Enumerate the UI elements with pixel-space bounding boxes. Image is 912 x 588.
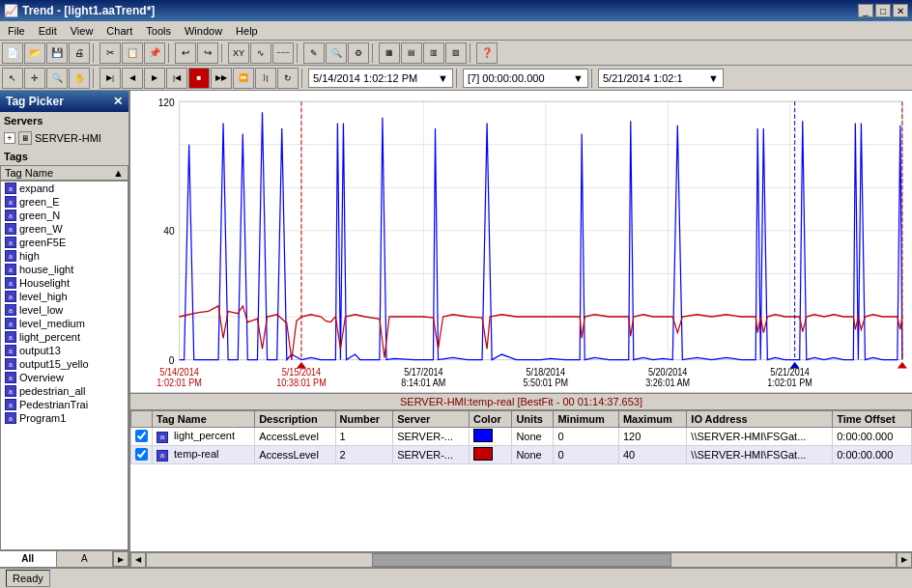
table-row[interactable]: a temp-real AccessLevel 2 SERVER-... Non… [131, 446, 912, 464]
sidebar-close-icon[interactable]: ✕ [113, 95, 123, 108]
menu-view[interactable]: View [65, 23, 100, 39]
redo-button[interactable]: ↪ [197, 42, 218, 64]
tag-list[interactable]: a expand a green_E a green_N a green_W a [0, 181, 128, 550]
menu-file[interactable]: File [2, 23, 31, 39]
list-item[interactable]: a output15_yello [1, 357, 128, 371]
tag-list-scroll-up[interactable]: ▲ [113, 167, 124, 179]
scrollbar-track[interactable] [146, 552, 897, 568]
horizontal-scrollbar[interactable]: ◀ ▶ [130, 551, 912, 567]
datetime-end-dropdown[interactable]: 5/21/2014 1:02:1 ▼ [598, 69, 724, 88]
server-expand-btn[interactable]: + [4, 132, 15, 144]
toolbar-btn-a[interactable]: XY [228, 42, 249, 64]
toolbar-btn-b[interactable]: ∿ [250, 42, 271, 64]
save-button[interactable]: 💾 [46, 42, 68, 64]
tb2-btn-d[interactable]: |◀ [166, 68, 187, 89]
tb2-btn-a[interactable]: ▶| [100, 68, 121, 89]
menu-help[interactable]: Help [230, 23, 264, 39]
paste-button[interactable]: 📌 [144, 42, 165, 64]
undo-button[interactable]: ↩ [175, 42, 196, 64]
list-item[interactable]: a expand [1, 182, 128, 195]
tag-icon: a [5, 358, 16, 370]
help-button[interactable]: ❓ [476, 42, 498, 64]
col-units[interactable]: Units [512, 411, 554, 428]
list-item[interactable]: a pedestrian_all [1, 384, 128, 398]
list-item[interactable]: a green_N [1, 209, 128, 222]
scroll-left-btn[interactable]: ◀ [130, 552, 146, 568]
dropdown-arrow-3[interactable]: ▼ [708, 72, 719, 84]
print-button[interactable]: 🖨 [69, 42, 90, 64]
list-item[interactable]: a output13 [1, 344, 128, 357]
tb2-btn-b[interactable]: ◀ [122, 68, 143, 89]
maximize-button[interactable]: □ [875, 4, 891, 17]
col-io-address[interactable]: IO Address [687, 411, 833, 428]
tb2-btn-g[interactable]: ⏩ [233, 68, 254, 89]
tb2-btn-e[interactable]: ■ [188, 68, 210, 89]
toolbar-btn-f[interactable]: ⚙ [348, 42, 369, 64]
zoom-button[interactable]: 🔍 [46, 68, 68, 89]
new-button[interactable]: 📄 [2, 42, 23, 64]
tab-a[interactable]: A [57, 551, 114, 567]
pan-button[interactable]: ✋ [69, 68, 90, 89]
cursor-button[interactable]: ↖ [2, 68, 23, 89]
list-item[interactable]: a level_low [1, 303, 128, 317]
server-item[interactable]: + 🖥 SERVER-HMI [4, 130, 125, 146]
col-server[interactable]: Server [393, 411, 470, 428]
row1-checkbox-cell[interactable] [131, 428, 153, 446]
datetime-start-dropdown[interactable]: 5/14/2014 1:02:12 PM ▼ [308, 69, 453, 88]
tb2-btn-c[interactable]: ▶ [144, 68, 165, 89]
interval-dropdown[interactable]: [7] 00:00:00.000 ▼ [463, 69, 588, 88]
tab-all[interactable]: All [0, 551, 57, 567]
menu-tools[interactable]: Tools [140, 23, 177, 39]
list-item[interactable]: a Houselight [1, 276, 128, 290]
toolbar-btn-h[interactable]: ▤ [401, 42, 422, 64]
row1-checkbox[interactable] [135, 430, 148, 442]
list-item[interactable]: a level_high [1, 290, 128, 303]
cut-button[interactable]: ✂ [100, 42, 121, 64]
list-item[interactable]: a light_percent [1, 330, 128, 344]
table-row[interactable]: a light_percent AccessLevel 1 SERVER-...… [131, 428, 912, 446]
trend-chart[interactable]: 120 40 0 [130, 91, 912, 392]
list-item[interactable]: a high [1, 249, 128, 263]
toolbar-btn-g[interactable]: ▦ [379, 42, 400, 64]
col-description[interactable]: Description [255, 411, 335, 428]
toolbar-btn-c[interactable]: ~~~ [272, 42, 294, 64]
minimize-button[interactable]: _ [858, 4, 873, 17]
dropdown-arrow-2[interactable]: ▼ [573, 72, 584, 84]
row2-checkbox[interactable] [135, 448, 148, 461]
copy-button[interactable]: 📋 [122, 42, 143, 64]
list-item[interactable]: a green_W [1, 222, 128, 236]
menu-chart[interactable]: Chart [100, 23, 138, 39]
tb2-btn-f[interactable]: ▶▶ [211, 68, 232, 89]
col-color[interactable]: Color [469, 411, 511, 428]
sidebar-scroll-right[interactable]: ▶ [113, 551, 128, 567]
toolbar-btn-i[interactable]: ▥ [423, 42, 444, 64]
dropdown-arrow-1[interactable]: ▼ [438, 72, 448, 84]
chart-main[interactable]: (5/15/2014 2:14:01 PM) 23 None (5/20/201… [130, 91, 912, 393]
data-table[interactable]: Tag Name Description Number Server Color… [130, 410, 912, 551]
col-number[interactable]: Number [335, 411, 393, 428]
list-item[interactable]: a green_E [1, 195, 128, 209]
scrollbar-thumb[interactable] [372, 553, 671, 567]
scroll-right-btn[interactable]: ▶ [897, 552, 912, 568]
list-item[interactable]: a Program1 [1, 411, 128, 425]
list-item[interactable]: a greenF5E [1, 236, 128, 249]
row2-checkbox-cell[interactable] [131, 446, 153, 464]
list-item[interactable]: a Overview [1, 371, 128, 384]
toolbar-btn-e[interactable]: 🔍 [326, 42, 347, 64]
col-tag-name[interactable]: Tag Name [153, 411, 255, 428]
col-time-offset[interactable]: Time Offset [833, 411, 912, 428]
tb2-btn-h[interactable]: ⟩| [255, 68, 276, 89]
crosshair-button[interactable]: ✛ [24, 68, 45, 89]
close-button[interactable]: ✕ [893, 4, 908, 17]
list-item[interactable]: a house_light [1, 263, 128, 276]
list-item[interactable]: a level_medium [1, 317, 128, 330]
open-button[interactable]: 📂 [24, 42, 45, 64]
col-minimum[interactable]: Minimum [554, 411, 619, 428]
refresh-button[interactable]: ↻ [277, 68, 299, 89]
menu-window[interactable]: Window [179, 23, 228, 39]
toolbar-btn-d[interactable]: ✎ [303, 42, 325, 64]
col-maximum[interactable]: Maximum [618, 411, 686, 428]
menu-edit[interactable]: Edit [33, 23, 63, 39]
toolbar-btn-j[interactable]: ▧ [445, 42, 467, 64]
list-item[interactable]: a PedestrianTrai [1, 398, 128, 411]
